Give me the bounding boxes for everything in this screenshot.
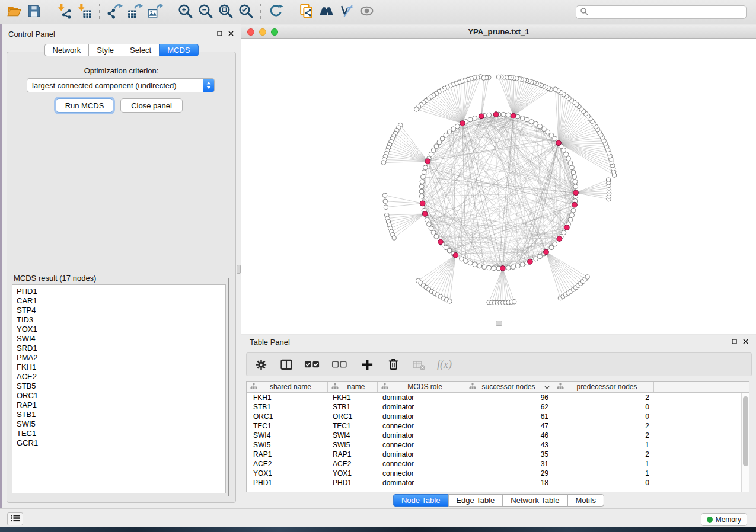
mcds-result-item[interactable]: ACE2 (12, 372, 225, 382)
network-leaf-node[interactable] (481, 76, 486, 81)
network-leaf-node[interactable] (383, 199, 388, 204)
network-hub-node[interactable] (460, 121, 465, 126)
table-row[interactable]: YOX1YOX1connector291 (247, 469, 749, 478)
network-hub-node[interactable] (493, 112, 499, 117)
refresh-layout-button[interactable] (266, 2, 286, 22)
network-node[interactable] (573, 180, 578, 184)
network-node[interactable] (553, 242, 557, 246)
network-hub-node[interactable] (572, 202, 578, 207)
mcds-result-item[interactable]: FKH1 (12, 363, 225, 372)
network-node[interactable] (538, 124, 543, 129)
network-node[interactable] (529, 120, 534, 124)
network-node[interactable] (468, 117, 473, 122)
network-hub-node[interactable] (500, 265, 505, 271)
network-node[interactable] (501, 112, 506, 117)
network-node[interactable] (568, 161, 573, 165)
table-row[interactable]: PHD1PHD1dominator180 (247, 478, 749, 488)
column-header-predecessor-nodes[interactable]: predecessor nodes (553, 382, 654, 392)
table-tab-network-table[interactable]: Network Table (502, 494, 567, 507)
mcds-result-item[interactable]: STB5 (12, 382, 225, 391)
birds-eye-view-button[interactable] (356, 2, 377, 22)
import-network-button[interactable] (54, 2, 74, 22)
mcds-result-item[interactable]: GCR1 (12, 438, 225, 448)
network-leaf-node[interactable] (585, 275, 590, 280)
network-node[interactable] (573, 184, 578, 189)
save-session-button[interactable] (24, 2, 44, 22)
network-node[interactable] (534, 257, 538, 261)
mcds-result-item[interactable]: SWI5 (12, 419, 225, 429)
network-hub-node[interactable] (556, 140, 562, 146)
network-node[interactable] (525, 117, 529, 122)
table-scroll-thumb[interactable] (743, 396, 748, 466)
import-table-button[interactable] (74, 2, 94, 22)
network-node[interactable] (419, 184, 424, 189)
tab-select[interactable]: Select (122, 44, 160, 56)
network-node[interactable] (429, 152, 433, 157)
tab-network[interactable]: Network (44, 44, 89, 56)
float-panel-icon[interactable] (217, 31, 222, 36)
network-hub-node[interactable] (528, 259, 533, 264)
search-input[interactable] (591, 8, 742, 17)
network-leaf-node[interactable] (381, 161, 386, 165)
export-table-button[interactable] (125, 2, 145, 22)
network-node[interactable] (419, 194, 424, 198)
table-row[interactable]: ORC1ORC1dominator610 (247, 412, 749, 421)
network-node[interactable] (420, 175, 425, 180)
network-node[interactable] (566, 156, 571, 161)
close-panel-icon[interactable] (743, 339, 748, 344)
horizontal-scroll-thumb[interactable] (496, 321, 502, 326)
delete-table-button[interactable] (412, 358, 426, 371)
float-panel-icon[interactable] (732, 339, 737, 344)
mcds-result-item[interactable]: STP4 (12, 306, 225, 315)
network-node[interactable] (487, 113, 492, 117)
network-hub-node[interactable] (544, 249, 549, 255)
network-node[interactable] (492, 266, 496, 271)
network-hub-node[interactable] (438, 239, 444, 245)
mcds-result-list[interactable]: PHD1CAR1STP4TID3YOX1SWI4SRD1PMA2FKH1ACE2… (12, 284, 226, 493)
network-node[interactable] (534, 121, 538, 126)
network-hub-node[interactable] (479, 114, 484, 119)
show-graphics-details-button[interactable] (336, 2, 356, 22)
open-file-button[interactable] (4, 2, 24, 22)
network-hub-node[interactable] (511, 113, 516, 118)
network-node[interactable] (482, 265, 487, 270)
table-row[interactable]: FKH1FKH1dominator962 (247, 393, 749, 402)
zoom-selected-button[interactable] (235, 2, 256, 22)
network-node[interactable] (487, 265, 492, 270)
network-node[interactable] (427, 222, 432, 227)
tab-style[interactable]: Style (88, 44, 122, 56)
network-leaf-node[interactable] (512, 299, 516, 304)
network-hub-node[interactable] (420, 201, 425, 206)
network-node[interactable] (451, 127, 456, 132)
memory-button[interactable]: Memory (701, 513, 747, 526)
network-node[interactable] (422, 170, 426, 175)
mcds-result-item[interactable]: ORC1 (12, 391, 225, 400)
network-hub-node[interactable] (453, 252, 458, 258)
network-node[interactable] (506, 113, 511, 117)
mcds-result-item[interactable]: RAP1 (12, 400, 225, 410)
network-node[interactable] (468, 261, 473, 265)
tab-mcds[interactable]: MCDS (159, 44, 198, 56)
export-network-button[interactable] (104, 2, 125, 22)
network-leaf-node[interactable] (382, 193, 387, 198)
network-node[interactable] (568, 217, 573, 222)
network-hub-node[interactable] (573, 190, 579, 196)
mcds-result-item[interactable]: SWI4 (12, 334, 225, 344)
search-box[interactable] (576, 5, 747, 19)
network-node[interactable] (460, 257, 464, 261)
table-row[interactable]: SWI4SWI4dominator462 (247, 431, 749, 440)
network-node[interactable] (419, 189, 424, 194)
network-node[interactable] (571, 170, 576, 175)
sort-chevron-down-icon[interactable] (544, 383, 553, 391)
network-leaf-node[interactable] (392, 236, 397, 241)
zoom-fit-button[interactable] (215, 2, 235, 22)
table-tab-edge-table[interactable]: Edge Table (448, 494, 503, 507)
network-node[interactable] (562, 230, 566, 235)
function-builder-button[interactable]: f(x) (437, 358, 452, 371)
network-node[interactable] (420, 180, 425, 184)
network-node[interactable] (570, 165, 575, 170)
criterion-select[interactable]: largest connected component (undirected) (27, 78, 215, 92)
network-node[interactable] (546, 130, 550, 134)
network-node[interactable] (447, 248, 452, 253)
network-leaf-node[interactable] (553, 87, 558, 92)
